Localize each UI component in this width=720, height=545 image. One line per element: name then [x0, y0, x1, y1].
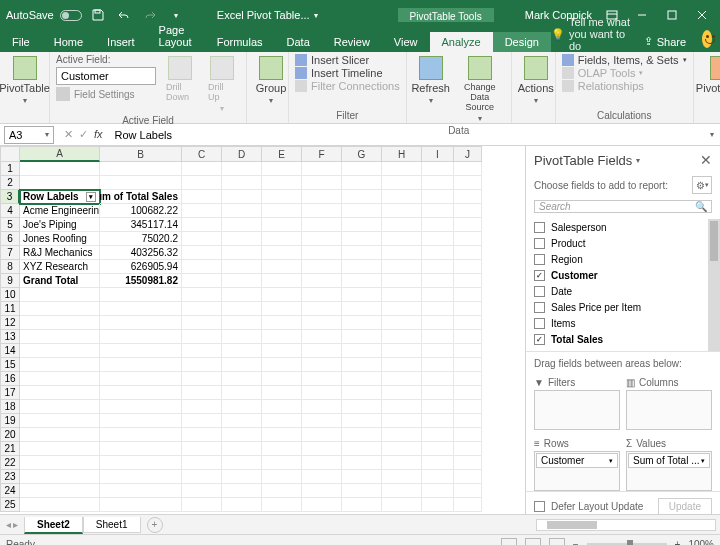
cell-G9[interactable] — [342, 274, 382, 288]
cell-I20[interactable] — [422, 428, 454, 442]
row-header-18[interactable]: 18 — [0, 400, 20, 414]
cell-G7[interactable] — [342, 246, 382, 260]
field-checkbox[interactable] — [534, 318, 545, 329]
cell-B11[interactable] — [100, 302, 182, 316]
cell-F11[interactable] — [302, 302, 342, 316]
row-header-7[interactable]: 7 — [0, 246, 20, 260]
cell-H3[interactable] — [382, 190, 422, 204]
cell-B4[interactable]: 100682.22 — [100, 204, 182, 218]
cell-G2[interactable] — [342, 176, 382, 190]
cell-D23[interactable] — [222, 470, 262, 484]
cell-G10[interactable] — [342, 288, 382, 302]
namebox-dropdown-icon[interactable]: ▾ — [45, 130, 49, 139]
row-header-21[interactable]: 21 — [0, 442, 20, 456]
cell-C4[interactable] — [182, 204, 222, 218]
defer-checkbox[interactable] — [534, 501, 545, 512]
cell-J23[interactable] — [454, 470, 482, 484]
cell-B1[interactable] — [100, 162, 182, 176]
cell-J16[interactable] — [454, 372, 482, 386]
tab-data[interactable]: Data — [275, 32, 322, 52]
cell-E11[interactable] — [262, 302, 302, 316]
row-header-16[interactable]: 16 — [0, 372, 20, 386]
cell-D10[interactable] — [222, 288, 262, 302]
cell-B13[interactable] — [100, 330, 182, 344]
cell-F23[interactable] — [302, 470, 342, 484]
row-header-9[interactable]: 9 — [0, 274, 20, 288]
redo-icon[interactable] — [140, 5, 160, 25]
cell-D24[interactable] — [222, 484, 262, 498]
formula-input[interactable]: Row Labels — [109, 129, 704, 141]
cell-B21[interactable] — [100, 442, 182, 456]
field-checkbox[interactable] — [534, 238, 545, 249]
zoom-level[interactable]: 100% — [688, 539, 714, 545]
row-header-11[interactable]: 11 — [0, 302, 20, 316]
cell-H2[interactable] — [382, 176, 422, 190]
cell-E18[interactable] — [262, 400, 302, 414]
cell-B14[interactable] — [100, 344, 182, 358]
sheet-nav-prev-icon[interactable]: ◂ — [6, 519, 11, 530]
cell-J15[interactable] — [454, 358, 482, 372]
row-header-6[interactable]: 6 — [0, 232, 20, 246]
cell-A10[interactable] — [20, 288, 100, 302]
cell-B23[interactable] — [100, 470, 182, 484]
field-search-input[interactable]: Search 🔍 — [534, 200, 712, 213]
panel-dropdown-icon[interactable]: ▾ — [636, 156, 640, 165]
cell-C20[interactable] — [182, 428, 222, 442]
row-header-10[interactable]: 10 — [0, 288, 20, 302]
cell-C9[interactable] — [182, 274, 222, 288]
cell-E1[interactable] — [262, 162, 302, 176]
feedback-icon[interactable] — [702, 30, 712, 48]
cell-D4[interactable] — [222, 204, 262, 218]
cell-J25[interactable] — [454, 498, 482, 512]
page-break-view-button[interactable] — [549, 538, 565, 546]
cell-A5[interactable]: Joe's Piping — [20, 218, 100, 232]
cell-F5[interactable] — [302, 218, 342, 232]
cell-E19[interactable] — [262, 414, 302, 428]
cell-J2[interactable] — [454, 176, 482, 190]
cell-J10[interactable] — [454, 288, 482, 302]
cell-A4[interactable]: Acme Engineering — [20, 204, 100, 218]
cell-I11[interactable] — [422, 302, 454, 316]
share-button[interactable]: ⇪ Share — [636, 31, 694, 52]
cell-B18[interactable] — [100, 400, 182, 414]
cell-B17[interactable] — [100, 386, 182, 400]
page-layout-view-button[interactable] — [525, 538, 541, 546]
cell-H7[interactable] — [382, 246, 422, 260]
cell-C22[interactable] — [182, 456, 222, 470]
column-header-H[interactable]: H — [382, 146, 422, 162]
cell-G19[interactable] — [342, 414, 382, 428]
cell-F14[interactable] — [302, 344, 342, 358]
filters-area[interactable]: ▼Filters — [534, 375, 620, 430]
cell-A21[interactable] — [20, 442, 100, 456]
cell-I10[interactable] — [422, 288, 454, 302]
cell-G3[interactable] — [342, 190, 382, 204]
cell-F21[interactable] — [302, 442, 342, 456]
cell-C21[interactable] — [182, 442, 222, 456]
select-all-corner[interactable] — [0, 146, 20, 162]
field-checkbox[interactable] — [534, 270, 545, 281]
cell-J13[interactable] — [454, 330, 482, 344]
cell-E7[interactable] — [262, 246, 302, 260]
cell-B10[interactable] — [100, 288, 182, 302]
cell-I9[interactable] — [422, 274, 454, 288]
cell-D22[interactable] — [222, 456, 262, 470]
cell-F13[interactable] — [302, 330, 342, 344]
cell-I1[interactable] — [422, 162, 454, 176]
cell-A12[interactable] — [20, 316, 100, 330]
filter-connections-button[interactable]: Filter Connections — [295, 80, 400, 92]
cell-F1[interactable] — [302, 162, 342, 176]
cell-G12[interactable] — [342, 316, 382, 330]
cell-D17[interactable] — [222, 386, 262, 400]
accept-formula-icon[interactable]: ✓ — [79, 128, 88, 141]
cell-J18[interactable] — [454, 400, 482, 414]
drill-down-button[interactable]: Drill Down — [162, 54, 198, 104]
cell-J1[interactable] — [454, 162, 482, 176]
tab-insert[interactable]: Insert — [95, 32, 147, 52]
column-header-I[interactable]: I — [422, 146, 454, 162]
cell-I16[interactable] — [422, 372, 454, 386]
cell-B3[interactable]: Sum of Total Sales — [100, 190, 182, 204]
cell-C25[interactable] — [182, 498, 222, 512]
cell-C18[interactable] — [182, 400, 222, 414]
cell-E25[interactable] — [262, 498, 302, 512]
cell-B19[interactable] — [100, 414, 182, 428]
